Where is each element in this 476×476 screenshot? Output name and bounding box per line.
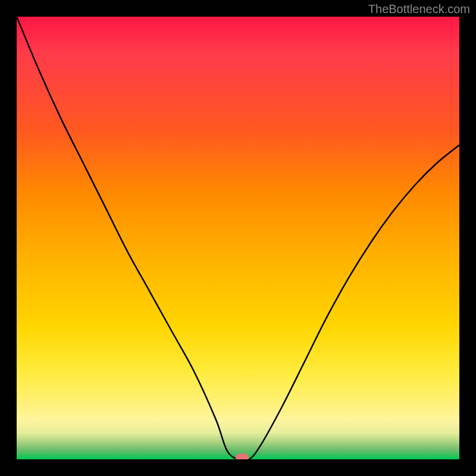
watermark-text: TheBottleneck.com	[368, 2, 470, 16]
curve-svg	[17, 17, 459, 459]
chart-container: TheBottleneck.com	[0, 0, 476, 476]
plot-area	[17, 17, 459, 459]
bottleneck-curve	[17, 17, 459, 459]
optimal-point-marker	[236, 453, 249, 459]
